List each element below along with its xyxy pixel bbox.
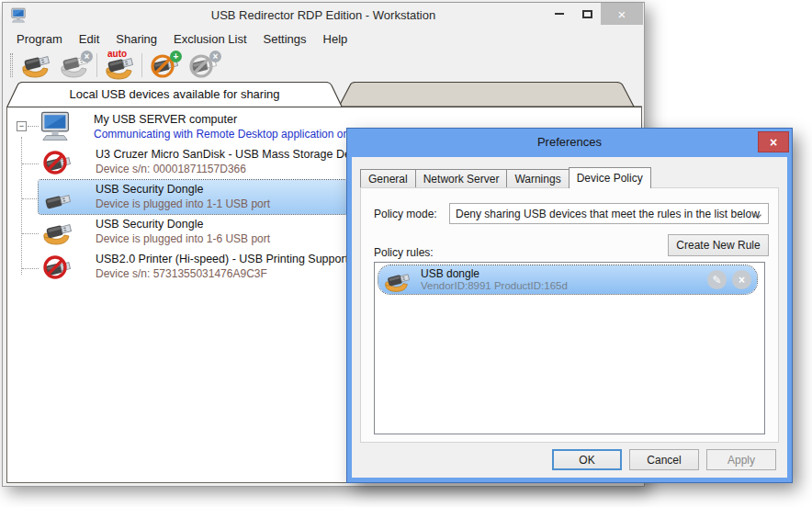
policy-mode-label: Policy mode: (374, 208, 437, 220)
menubar: Program Edit Sharing Exclusion List Sett… (3, 28, 644, 49)
main-tabbar: Local USB devices available for sharing (6, 82, 642, 107)
usb-excluded-icon (42, 148, 72, 177)
policy-rules-label: Policy rules: (374, 246, 434, 259)
usb-excluded-icon (42, 253, 72, 282)
dialog-close-button[interactable]: × (758, 131, 789, 152)
dialog-title: Preferences (347, 135, 792, 149)
device-subtitle: Device is plugged into 1-6 USB port (96, 232, 270, 245)
rule-title: USB dongle (421, 267, 479, 280)
device-title: U3 Cruzer Micro SanDisk - USB Mass Stora… (96, 148, 371, 161)
device-subtitle: Device s/n: 00001871157D366 (96, 163, 246, 175)
maximize-button[interactable] (573, 3, 601, 25)
unshare-device-button[interactable]: × (55, 51, 94, 80)
menu-help[interactable]: Help (315, 30, 356, 48)
preferences-dialog: Preferences × General Network Server War… (347, 129, 792, 482)
cancel-button[interactable]: Cancel (629, 449, 699, 470)
menu-exclusion-list[interactable]: Exclusion List (165, 30, 254, 48)
menu-edit[interactable]: Edit (71, 30, 107, 48)
delete-rule-button[interactable]: × (732, 270, 751, 289)
ok-button[interactable]: OK (552, 449, 622, 470)
toolbar-separator (96, 53, 97, 77)
rule-item[interactable]: USB dongle VendorID:8991 ProductID:165d … (378, 265, 757, 294)
minimize-button[interactable] (546, 3, 573, 25)
tab-network-server[interactable]: Network Server (415, 169, 508, 188)
remove-exclusion-button[interactable]: × (184, 51, 222, 80)
dialog-buttons: OK Cancel Apply (552, 449, 776, 470)
rule-subtitle: VendorID:8991 ProductID:165d (421, 280, 568, 291)
device-title: USB2.0 Printer (Hi-speed) - USB Printing… (96, 253, 375, 265)
device-subtitle: Device s/n: 5731355031476A9C3F (96, 267, 267, 280)
add-exclusion-button[interactable]: + (145, 51, 184, 80)
autoshare-device-button[interactable]: auto (100, 51, 139, 80)
tab-device-policy[interactable]: Device Policy (569, 167, 651, 188)
share-device-icon (20, 51, 51, 80)
dialog-body: General Network Server Warnings Device P… (352, 157, 787, 478)
apply-button[interactable]: Apply (706, 449, 776, 470)
device-subtitle: Device is plugged into 1-1 USB port (96, 197, 270, 210)
toolbar: × auto + × (3, 49, 644, 82)
device-title: USB Security Dongle (96, 218, 203, 231)
toolbar-separator (141, 53, 142, 77)
x-badge-icon: × (81, 51, 93, 62)
menu-sharing[interactable]: Sharing (107, 30, 165, 48)
device-title: USB Security Dongle (96, 183, 203, 196)
usb-shared-icon (384, 268, 410, 294)
edit-rule-button[interactable]: ✎ (707, 270, 727, 289)
policy-mode-select[interactable]: Deny sharing USB devices that meet the r… (449, 203, 769, 224)
toolbar-grip (10, 53, 13, 77)
usb-shared-icon (42, 218, 72, 247)
close-button[interactable]: × (601, 3, 643, 25)
server-title: My USB SERVER computer (94, 113, 237, 126)
policy-rules-list[interactable]: USB dongle VendorID:8991 ProductID:165d … (374, 262, 765, 434)
tab-warnings[interactable]: Warnings (506, 169, 569, 188)
dialog-tabs: General Network Server Warnings Device P… (360, 167, 650, 188)
auto-label: auto (107, 49, 127, 59)
computer-icon (39, 110, 72, 143)
main-titlebar: USB Redirector RDP Edition - Workstation… (3, 3, 644, 28)
share-device-button[interactable] (17, 51, 55, 80)
dialog-titlebar: Preferences × (347, 129, 792, 157)
usb-plug-icon (42, 183, 72, 212)
tab-remote-devices[interactable] (339, 83, 634, 107)
create-new-rule-button[interactable]: Create New Rule (668, 234, 769, 256)
server-status: Communicating with Remote Desktop applic… (94, 128, 371, 141)
tab-local-devices-label[interactable]: Local USB devices available for sharing (6, 87, 343, 101)
menu-settings[interactable]: Settings (255, 30, 315, 48)
menu-program[interactable]: Program (8, 30, 71, 48)
tab-general[interactable]: General (360, 169, 416, 188)
device-policy-tab-page: Policy mode: Deny sharing USB devices th… (360, 187, 779, 443)
policy-mode-value: Deny sharing USB devices that meet the r… (456, 208, 760, 220)
plus-badge-icon: + (170, 51, 182, 62)
x-badge-icon: × (209, 51, 221, 62)
